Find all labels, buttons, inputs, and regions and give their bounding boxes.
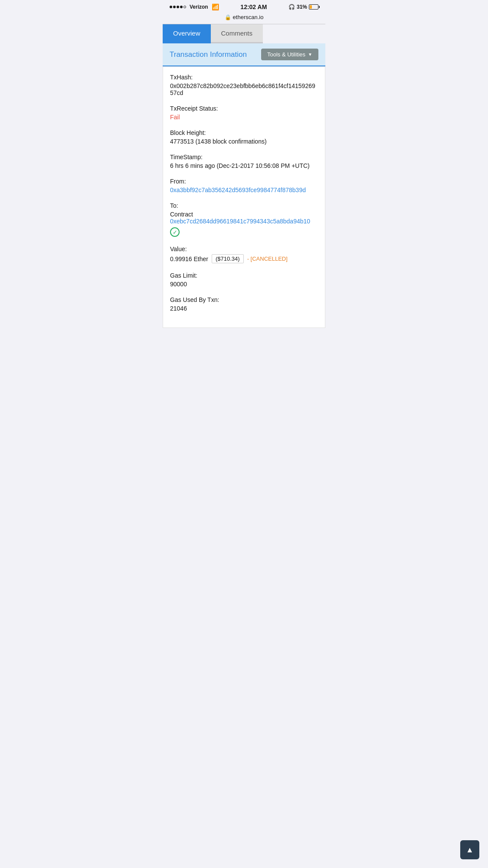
txhash-field: TxHash: 0x002b287c82b092ce23ebfbb6eb6c86… (170, 74, 318, 96)
status-right: 🎧 31% (288, 4, 318, 10)
blockheight-link[interactable]: 4773513 (170, 138, 194, 145)
gaslimit-value: 90000 (170, 281, 318, 288)
section-title: Transaction Information (170, 50, 247, 59)
carrier-name: Verizon (190, 4, 208, 10)
lock-icon: 🔒 (225, 14, 231, 20)
to-sublabel: Contract (170, 211, 318, 218)
gaslimit-label: Gas Limit: (170, 272, 318, 279)
transaction-content: TxHash: 0x002b287c82b092ce23ebfbb6eb6c86… (163, 66, 325, 328)
battery-fill (310, 5, 312, 9)
txhash-label: TxHash: (170, 74, 318, 81)
usd-value-badge: ($710.34) (212, 254, 244, 263)
headphone-icon: 🎧 (288, 4, 295, 10)
wifi-icon: 📶 (212, 3, 219, 10)
value-field: Value: 0.99916 Ether ($710.34) - [CANCEL… (170, 246, 318, 263)
url-text: 🔒 etherscan.io (170, 14, 318, 20)
verified-checkmark-icon: ✓ (170, 227, 180, 237)
blockheight-value: 4773513 (1438 block confirmations) (170, 138, 318, 145)
signal-dot-1 (170, 6, 172, 8)
status-left: Verizon 📶 (170, 3, 219, 10)
signal-dot-2 (173, 6, 176, 8)
timestamp-field: TimeStamp: 6 hrs 6 mins ago (Dec-21-2017… (170, 154, 318, 169)
gasused-value: 21046 (170, 305, 318, 312)
timestamp-label: TimeStamp: (170, 154, 318, 160)
value-label: Value: (170, 246, 318, 252)
tab-comments[interactable]: Comments (211, 24, 263, 43)
signal-dot-5 (183, 6, 186, 8)
blockheight-label: Block Height: (170, 129, 318, 136)
section-header: Transaction Information Tools & Utilitie… (163, 43, 325, 66)
ether-amount: 0.99916 Ether (170, 255, 208, 262)
from-label: From: (170, 178, 318, 185)
txreceipt-field: TxReceipt Status: Fail (170, 105, 318, 121)
tab-overview[interactable]: Overview (163, 24, 211, 43)
status-time: 12:02 AM (240, 3, 267, 10)
gasused-field: Gas Used By Txn: 21046 (170, 296, 318, 312)
gaslimit-field: Gas Limit: 90000 (170, 272, 318, 288)
tabs-container: Overview Comments (163, 24, 325, 43)
signal-dots (170, 6, 186, 8)
url-domain: etherscan.io (233, 14, 264, 20)
to-label: To: (170, 202, 318, 209)
tools-utilities-button[interactable]: Tools & Utilities ▼ (261, 49, 318, 60)
signal-dot-4 (180, 6, 183, 8)
url-bar: 🔒 etherscan.io (163, 12, 325, 24)
to-address[interactable]: 0xebc7cd2684dd96619841c7994343c5a8bda94b… (170, 218, 318, 225)
value-row: 0.99916 Ether ($710.34) - [CANCELLED] (170, 254, 318, 263)
block-confirmations: (1438 block confirmations) (195, 138, 266, 145)
to-field: To: Contract 0xebc7cd2684dd96619841c7994… (170, 202, 318, 237)
txreceipt-label: TxReceipt Status: (170, 105, 318, 112)
from-field: From: 0xa3bbf92c7ab356242d5693fce9984774… (170, 178, 318, 193)
from-address[interactable]: 0xa3bbf92c7ab356242d5693fce9984774f878b3… (170, 187, 318, 193)
chevron-down-icon: ▼ (308, 52, 312, 57)
gasused-label: Gas Used By Txn: (170, 296, 318, 303)
timestamp-value: 6 hrs 6 mins ago (Dec-21-2017 10:56:08 P… (170, 162, 318, 169)
blockheight-field: Block Height: 4773513 (1438 block confir… (170, 129, 318, 145)
cancelled-text: - [CANCELLED] (247, 255, 288, 262)
battery-percent: 31% (297, 4, 307, 10)
signal-dot-3 (177, 6, 179, 8)
txhash-value: 0x002b287c82b092ce23ebfbb6eb6c861f4cf141… (170, 82, 318, 96)
battery-icon (309, 4, 318, 10)
txreceipt-value: Fail (170, 114, 318, 121)
status-bar: Verizon 📶 12:02 AM 🎧 31% (163, 0, 325, 12)
